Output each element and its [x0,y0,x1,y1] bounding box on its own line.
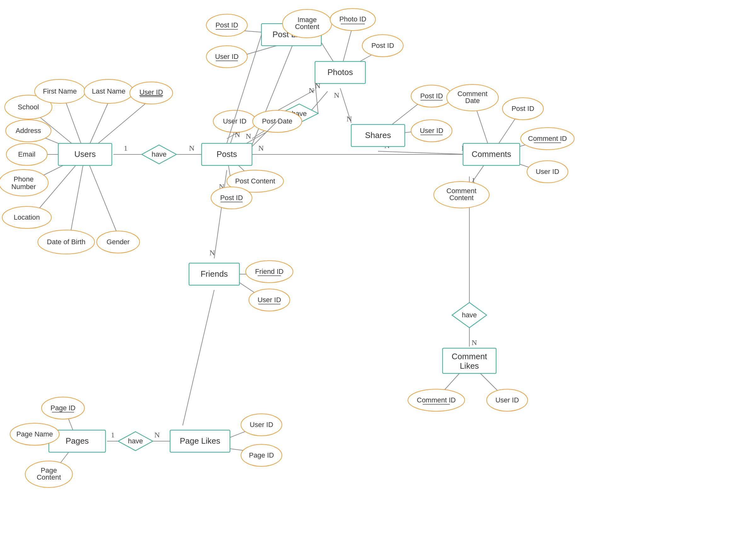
svg-text:N: N [189,144,194,152]
svg-text:have: have [462,311,477,319]
svg-text:Post ID: Post ID [512,105,534,112]
svg-text:User ID: User ID [215,53,239,60]
svg-text:Photo ID: Photo ID [339,15,366,23]
svg-text:User ID: User ID [258,296,281,304]
svg-text:1: 1 [124,144,128,152]
svg-text:N: N [334,91,339,99]
svg-text:Shares: Shares [365,130,391,140]
svg-text:Page Name: Page Name [16,430,53,438]
svg-text:School: School [18,103,39,111]
svg-text:Friends: Friends [201,269,228,279]
svg-text:Likes: Likes [460,361,479,371]
svg-line-34 [183,290,214,425]
svg-text:N: N [246,132,251,140]
svg-text:N: N [154,431,160,439]
svg-text:Last Name: Last Name [92,87,125,95]
svg-text:Friend ID: Friend ID [255,267,283,276]
svg-text:N: N [347,115,352,123]
svg-line-9 [85,154,120,239]
svg-text:Number: Number [11,183,36,191]
svg-line-51 [378,151,469,154]
svg-text:N: N [315,82,320,90]
svg-text:Post ID: Post ID [215,21,238,29]
svg-line-8 [69,154,85,239]
svg-text:Pages: Pages [66,436,89,446]
svg-text:Phone: Phone [14,175,34,183]
svg-text:N: N [209,248,215,257]
svg-text:Comment ID: Comment ID [528,134,567,142]
svg-text:N: N [258,144,264,152]
svg-text:Location: Location [14,213,40,221]
svg-text:Page ID: Page ID [249,451,274,459]
er-diagram: 1 N N N N N N N N 1 N N N 1 N Users Post… [0,0,756,542]
svg-text:Date of Birth: Date of Birth [47,238,85,246]
svg-text:First Name: First Name [43,87,77,95]
svg-text:Post ID: Post ID [371,42,394,49]
svg-text:Comment: Comment [452,352,487,361]
svg-text:Content: Content [37,473,61,481]
svg-text:User ID: User ID [495,396,519,404]
svg-text:Content: Content [295,23,319,31]
svg-text:Date: Date [465,97,480,105]
svg-text:User ID: User ID [420,127,444,134]
svg-text:Page Likes: Page Likes [180,436,221,446]
svg-text:Page ID: Page ID [50,404,76,412]
svg-text:Post ID: Post ID [220,194,243,202]
svg-text:have: have [152,150,167,158]
diagram-canvas: 1 N N N N N N N N 1 N N N 1 N Users Post… [0,0,756,542]
svg-text:Posts: Posts [216,149,237,159]
svg-text:Email: Email [18,150,35,158]
svg-text:Post ID: Post ID [420,92,443,100]
svg-text:Post Content: Post Content [235,177,275,185]
svg-text:User ID: User ID [250,421,273,429]
svg-text:Photos: Photos [328,67,353,77]
svg-text:User ID: User ID [536,168,559,175]
svg-text:Comment ID: Comment ID [417,396,455,404]
svg-text:have: have [128,437,143,445]
svg-text:1: 1 [111,431,115,439]
svg-text:Users: Users [74,149,96,159]
svg-text:Gender: Gender [106,238,129,246]
svg-text:Content: Content [449,194,473,202]
svg-text:User ID: User ID [140,88,163,96]
svg-text:N: N [472,339,477,347]
svg-text:Address: Address [16,127,41,134]
svg-text:N: N [309,86,314,94]
svg-text:Comments: Comments [472,149,511,159]
